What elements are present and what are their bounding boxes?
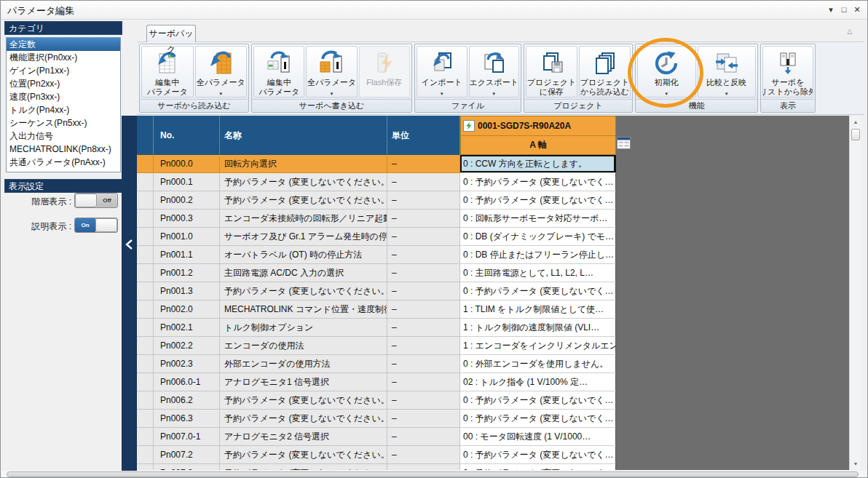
table-row[interactable]: Pn007.2 予約パラメータ (変更しないでください。) – 0 : 予約パラ… <box>137 446 849 464</box>
hierarchy-display-toggle[interactable]: Off <box>74 193 118 208</box>
sidebar-category-item[interactable]: シーケンス(Pn5xx-) <box>7 116 120 130</box>
close-icon[interactable]: ✕ <box>851 4 863 16</box>
sidebar-category-item[interactable]: 全定数 <box>7 38 120 51</box>
dropdown-arrow-icon[interactable]: ▼ <box>307 92 356 96</box>
row-indicator-cell[interactable] <box>137 246 154 264</box>
header-axis-column[interactable]: 0001-SGD7S-R90A20A A 軸 <box>460 116 616 155</box>
table-row[interactable]: Pn007.0-1 アナログモニタ2 信号選択 – 00 : モータ回転速度 (… <box>137 428 849 446</box>
table-row[interactable]: Pn000.3 エンコーダ未接続時の回転形／リニア起動選択 – 0 : 回転形サ… <box>137 210 849 228</box>
save-project-icon <box>539 49 565 78</box>
window-menu-icon[interactable]: ▾ <box>825 4 837 16</box>
horizontal-scroll-thumb[interactable] <box>7 471 859 477</box>
row-indicator-cell[interactable] <box>137 155 154 173</box>
param-value-cell[interactable]: 0 : 予約パラメータ (変更しないでく… <box>460 446 616 464</box>
row-indicator-cell[interactable] <box>137 446 154 464</box>
ribbon-button-load-project[interactable]: プロジェクトから読み込む <box>579 46 631 97</box>
table-row[interactable]: Pn002.0 MECHATROLINK コマンド位置・速度制御 – 1 : T… <box>137 300 849 319</box>
row-indicator-cell[interactable] <box>137 428 154 446</box>
ribbon-button-compare[interactable]: 比較と反映 ▼ <box>698 46 757 97</box>
ribbon-button-exclude-servo[interactable]: サーボをリストから除外 <box>762 46 813 97</box>
table-row[interactable]: Pn006.3 予約パラメータ (変更しないでください。) – 0 : 予約パラ… <box>137 410 849 428</box>
row-indicator-cell[interactable] <box>137 355 154 373</box>
row-indicator-cell[interactable] <box>137 391 154 410</box>
row-indicator-cell[interactable] <box>137 300 154 319</box>
param-value-cell[interactable]: 0 : 予約パラメータ (変更しないでく… <box>460 173 616 191</box>
scroll-up-icon[interactable]: ▲ <box>850 116 861 127</box>
row-indicator-cell[interactable] <box>137 191 154 210</box>
param-unit-cell: – <box>387 173 460 191</box>
sidebar-category-item[interactable]: MECHATROLINK(Pn8xx-) <box>7 143 120 156</box>
table-row[interactable]: Pn001.0 サーボオフ及び Gr.1 アラーム発生時の停止方法 – 0 : … <box>137 228 849 246</box>
param-value-cell[interactable]: 0 : 予約パラメータ (変更しないでく… <box>460 410 616 428</box>
row-indicator-cell[interactable] <box>137 410 154 428</box>
row-indicator-cell[interactable] <box>137 337 154 355</box>
ribbon-button-import[interactable]: インポート ▼ <box>417 46 467 97</box>
row-indicator-cell[interactable] <box>137 210 154 228</box>
dropdown-arrow-icon[interactable]: ▼ <box>417 92 467 96</box>
param-value-cell[interactable]: 1 : エンコーダをインクリメンタルエンコ… <box>460 337 616 355</box>
row-indicator-cell[interactable] <box>137 464 154 470</box>
table-row[interactable]: Pn002.3 外部エンコーダの使用方法 – 0 : 外部エンコーダを使用しませ… <box>137 355 849 373</box>
table-row[interactable]: Pn001.1 オーバトラベル (OT) 時の停止方法 – 0 : DB 停止ま… <box>137 246 849 264</box>
sidebar-category-item[interactable]: トルク(Pn4xx-) <box>7 103 120 116</box>
ribbon-button-initialize[interactable]: 初期化 ▼ <box>637 46 696 97</box>
table-row[interactable]: Pn001.2 主回路電源 AC/DC 入力の選択 – 0 : 主回路電源として… <box>137 264 849 282</box>
scroll-down-icon[interactable]: ▼ <box>850 458 861 469</box>
sidebar-category-item[interactable]: 速度(Pn3xx-) <box>7 90 120 103</box>
sidebar-collapse-strip[interactable] <box>122 116 137 471</box>
row-indicator-cell[interactable] <box>137 319 154 337</box>
table-row[interactable]: Pn006.2 予約パラメータ (変更しないでください。) – 0 : 予約パラ… <box>137 391 849 410</box>
param-value-cell[interactable]: 0 : 予約パラメータ (変更しないでく <box>460 464 616 470</box>
dropdown-arrow-icon[interactable]: ▼ <box>698 92 756 96</box>
dropdown-arrow-icon[interactable]: ▼ <box>470 92 519 96</box>
servo-device-header[interactable]: 0001-SGD7S-R90A20A <box>461 116 615 136</box>
param-value-cell[interactable]: 00 : モータ回転速度 (1 V/1000… <box>460 428 616 446</box>
sidebar-category-item[interactable]: 入出力信号 <box>7 130 120 143</box>
param-value-cell[interactable]: 0 : CCW 方向を正転とします。 <box>460 155 616 173</box>
ribbon-collapse-icon[interactable]: △ <box>843 25 856 37</box>
table-view-icon[interactable] <box>617 137 631 149</box>
sidebar-category-item[interactable]: 共通パラメータ(PnAxx-) <box>7 156 120 169</box>
table-row[interactable]: Pn000.0 回転方向選択 – 0 : CCW 方向を正転とします。 <box>137 155 849 173</box>
ribbon-button-export[interactable]: エクスポート ▼ <box>469 46 520 97</box>
vertical-scrollbar[interactable]: ▲ ▼ <box>849 116 861 470</box>
table-row[interactable]: Pn006.0-1 アナログモニタ1 信号選択 – 02 : トルク指令 (1 … <box>137 373 849 391</box>
sidebar-category-item[interactable]: 機能選択(Pn0xx-) <box>7 51 120 64</box>
param-value-cell[interactable]: 0 : 予約パラメータ (変更しないでく… <box>460 282 616 300</box>
param-name-cell: 予約パラメータ (変更しないでください。) <box>220 191 387 210</box>
table-row[interactable]: Pn002.1 トルク制御オプション – 1 : トルク制御の速度制限値 (VL… <box>137 319 849 337</box>
row-indicator-cell[interactable] <box>137 264 154 282</box>
sidebar-category-item[interactable]: ゲイン(Pn1xx-) <box>7 64 120 77</box>
ribbon-button-read-all[interactable]: 全パラメータ ▼ <box>195 46 248 97</box>
row-indicator-cell[interactable] <box>137 228 154 246</box>
param-value-cell[interactable]: 02 : トルク指令 (1 V/100% 定… <box>460 373 616 391</box>
dropdown-arrow-icon[interactable]: ▼ <box>196 92 247 96</box>
sidebar-category-item[interactable]: 位置(Pn2xx-) <box>7 77 120 90</box>
ribbon-button-save-project[interactable]: プロジェクトに保存 <box>526 46 577 97</box>
param-value-cell[interactable]: 0 : 予約パラメータ (変更しないでく… <box>460 391 616 410</box>
param-value-cell[interactable]: 0 : 予約パラメータ (変更しないでく… <box>460 191 616 210</box>
row-indicator-cell[interactable] <box>137 282 154 300</box>
param-value-cell[interactable]: 0 : 回転形サーボモータ対応サーボ… <box>460 210 616 228</box>
param-value-cell[interactable]: 1 : TLIM をトルク制限値として使… <box>460 300 616 319</box>
param-value-cell[interactable]: 0 : DB 停止またはフリーラン停止し… <box>460 246 616 264</box>
table-row[interactable]: Pn007.3 予約パラメータ (変更しないでください。) – 0 : 予約パラ… <box>137 464 849 470</box>
param-value-cell[interactable]: 0 : 外部エンコーダを使用しません。 <box>460 355 616 373</box>
row-indicator-cell[interactable] <box>137 373 154 391</box>
ribbon-button-write-editing[interactable]: 編集中パラメータ <box>253 46 304 97</box>
param-value-cell[interactable]: 0 : 主回路電源として, L1, L2, L… <box>460 264 616 282</box>
param-value-cell[interactable]: 1 : トルク制御の速度制限値 (VLI… <box>460 319 616 337</box>
table-row[interactable]: Pn000.1 予約パラメータ (変更しないでください。) – 0 : 予約パラ… <box>137 173 849 191</box>
table-row[interactable]: Pn001.3 予約パラメータ (変更しないでください。) – 0 : 予約パラ… <box>137 282 849 300</box>
table-row[interactable]: Pn000.2 予約パラメータ (変更しないでください。) – 0 : 予約パラ… <box>137 191 849 210</box>
tab-servopack[interactable]: サーボパック <box>146 25 196 42</box>
description-display-toggle[interactable]: On <box>74 218 118 233</box>
dropdown-arrow-icon[interactable]: ▼ <box>638 92 695 96</box>
horizontal-scrollbar[interactable] <box>1 471 867 478</box>
param-value-cell[interactable]: 0 : DB (ダイナミックブレーキ) でモ… <box>460 228 616 246</box>
row-indicator-cell[interactable] <box>137 173 154 191</box>
vertical-scroll-thumb[interactable] <box>851 129 860 140</box>
maximize-icon[interactable]: □ <box>838 4 850 16</box>
table-row[interactable]: Pn002.2 エンコーダの使用法 – 1 : エンコーダをインクリメンタルエン… <box>137 337 849 355</box>
ribbon-button-write-all[interactable]: 全パラメータ ▼ <box>306 46 357 97</box>
